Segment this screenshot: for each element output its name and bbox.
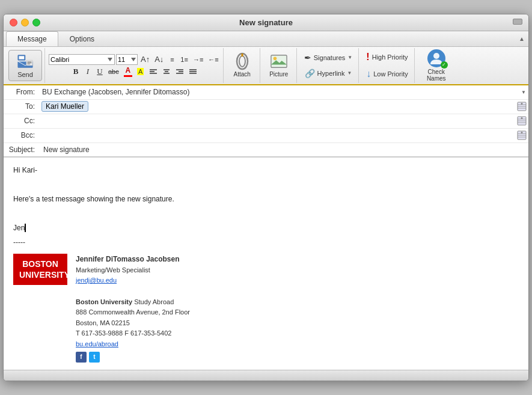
font-family-select[interactable]: Calibri: [49, 54, 115, 65]
hyperlink-button[interactable]: 🔗 Hyperlink ▼: [301, 66, 356, 81]
cc-label: Cc:: [4, 117, 40, 125]
insert-group: ✒ Signatures ▼ 🔗 Hyperlink ▼: [298, 48, 359, 83]
minimize-button[interactable]: [21, 19, 29, 26]
check-names-label: Check Names: [419, 69, 454, 82]
from-label: From:: [4, 88, 40, 96]
picture-group: Picture: [261, 48, 297, 83]
check-names-button[interactable]: ✓ Check Names: [418, 50, 454, 81]
underline-btn[interactable]: U: [94, 66, 105, 77]
hyperlink-label: Hyperlink: [317, 70, 345, 77]
send-group: Send: [6, 48, 45, 83]
title-bar: New signature: [4, 14, 528, 31]
subject-input[interactable]: [40, 143, 528, 156]
strikethrough-btn[interactable]: abc: [106, 66, 121, 77]
priority-group: ! High Priority ↓ Low Priority: [360, 48, 414, 83]
sig-website: bu.edu/abroad: [76, 339, 190, 350]
compose-area[interactable]: Hi Kari- Here's a test message showing t…: [4, 158, 528, 370]
send-button[interactable]: Send: [8, 50, 42, 81]
subject-label: Subject:: [4, 145, 40, 154]
ribbon-tabs: Message Options ▲: [4, 31, 528, 47]
to-recipient-pill[interactable]: Kari Mueller: [41, 101, 88, 112]
sig-phone: T 617-353-9888 F 617-353-5402: [76, 328, 190, 339]
grow-font-btn[interactable]: A↑: [139, 54, 151, 65]
to-label: To:: [4, 102, 40, 111]
picture-button[interactable]: Picture: [264, 50, 294, 81]
compose-line-1: Hi Kari-: [13, 165, 519, 176]
signatures-label: Signatures: [314, 54, 346, 61]
ribbon-toolbar: Send Calibri 11 12 14 A↑ A↓ ≡ 1≡ →≡ ←≡: [4, 47, 528, 85]
sig-address2: Boston, MA 02215: [76, 318, 190, 329]
from-dropdown[interactable]: BU Exchange (Jacobsen, Jennifer Ditomass…: [40, 87, 528, 97]
to-input[interactable]: [89, 101, 514, 112]
font-color-btn[interactable]: A: [122, 66, 134, 77]
attach-icon: [234, 53, 251, 70]
align-center-btn[interactable]: [161, 66, 173, 77]
bu-logo: BOSTON UNIVERSITY: [13, 254, 67, 285]
list-btn[interactable]: ≡: [167, 54, 177, 65]
tab-message[interactable]: Message: [6, 31, 58, 46]
sig-org-rest: Study Abroad: [132, 298, 174, 305]
italic-btn[interactable]: I: [82, 66, 93, 77]
svg-rect-1: [19, 56, 25, 59]
ribbon-scroll-up[interactable]: ▲: [518, 34, 526, 43]
bcc-row: Bcc:: [4, 129, 528, 143]
compose-text-jen: Jen: [13, 224, 25, 232]
tab-options[interactable]: Options: [58, 31, 106, 46]
sig-website-link[interactable]: bu.edu/abroad: [76, 340, 118, 348]
font-group: Calibri 11 12 14 A↑ A↓ ≡ 1≡ →≡ ←≡ B I U …: [46, 48, 224, 83]
from-dropdown-arrow[interactable]: ▼: [519, 90, 528, 95]
sig-email: jendj@bu.edu: [76, 275, 190, 286]
sig-email-link[interactable]: jendj@bu.edu: [76, 277, 117, 284]
twitter-icon[interactable]: t: [89, 352, 100, 363]
close-button[interactable]: [10, 19, 17, 26]
justify-btn[interactable]: [187, 66, 199, 77]
send-icon: [17, 53, 34, 70]
signatures-button[interactable]: ✒ Signatures ▼: [301, 51, 356, 65]
font-size-select[interactable]: 11 12 14: [116, 54, 138, 65]
shrink-font-btn[interactable]: A↓: [153, 54, 165, 65]
align-left-btn[interactable]: [147, 66, 159, 77]
bcc-label: Bcc:: [4, 131, 40, 139]
bcc-address-book-btn[interactable]: [515, 129, 528, 142]
list-numbered-btn[interactable]: 1≡: [179, 54, 190, 65]
low-priority-button[interactable]: ↓ Low Priority: [362, 66, 411, 82]
svg-point-41: [521, 132, 523, 133]
ribbon-tab-scroll: ▲: [518, 31, 526, 46]
check-names-icon: ✓: [427, 49, 445, 67]
svg-point-31: [521, 103, 523, 105]
cc-input[interactable]: [40, 115, 515, 126]
bu-logo-line1: BOSTON: [19, 259, 61, 269]
bu-logo-line2: UNIVERSITY: [19, 269, 61, 280]
sig-address1: 888 Commonwealth Avenue, 2nd Floor: [76, 307, 190, 318]
hyperlink-dropdown[interactable]: ▼: [347, 70, 352, 76]
picture-icon: [271, 53, 287, 70]
high-priority-button[interactable]: ! High Priority: [362, 49, 411, 65]
to-address-book-btn[interactable]: [515, 100, 528, 113]
low-priority-label: Low Priority: [373, 70, 408, 78]
send-label: Send: [17, 71, 33, 78]
signatures-dropdown[interactable]: ▼: [347, 55, 352, 60]
from-row: From: BU Exchange (Jacobsen, Jennifer Di…: [4, 85, 528, 100]
sig-details: Jennifer DiTomasso Jacobsen Marketing/We…: [76, 254, 190, 363]
increase-indent-btn[interactable]: →≡: [191, 54, 205, 65]
bold-btn[interactable]: B: [70, 66, 81, 77]
maximize-button[interactable]: [32, 19, 40, 26]
check-names-group: ✓ Check Names: [416, 48, 457, 83]
svg-point-26: [433, 53, 439, 59]
compose-line-3: Here's a test message showing the new si…: [13, 194, 519, 204]
attach-button[interactable]: Attach: [227, 50, 257, 81]
email-compose-window: New signature Message Options ▲: [3, 14, 529, 382]
decrease-indent-btn[interactable]: ←≡: [206, 54, 220, 65]
bcc-input[interactable]: [40, 130, 515, 141]
window-resize-btn[interactable]: [513, 19, 522, 25]
cc-address-book-btn[interactable]: [515, 114, 528, 127]
cc-row: Cc:: [4, 114, 528, 129]
to-row: To: Kari Mueller: [4, 100, 528, 114]
facebook-icon[interactable]: f: [76, 352, 87, 363]
window-title: New signature: [239, 18, 293, 27]
high-priority-label: High Priority: [372, 54, 408, 61]
align-right-btn[interactable]: [174, 66, 186, 77]
sig-social: f t: [76, 352, 190, 363]
highlight-btn[interactable]: A: [135, 66, 146, 77]
signature-block: BOSTON UNIVERSITY Jennifer DiTomasso Jac…: [13, 254, 519, 363]
